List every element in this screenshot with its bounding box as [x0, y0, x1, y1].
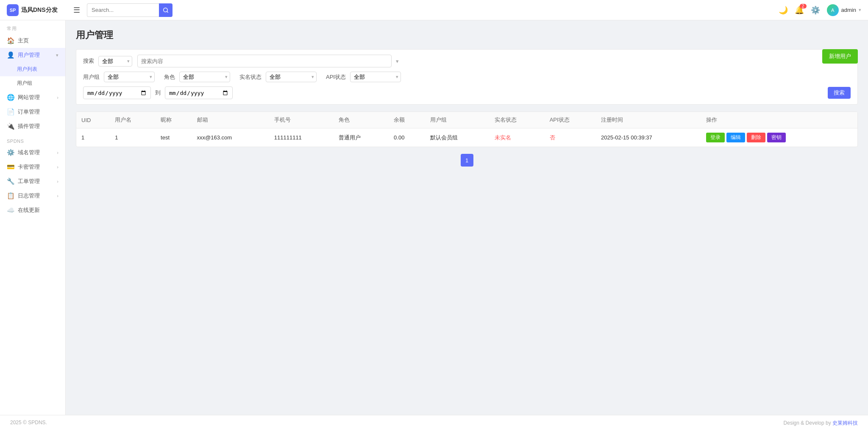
sidebar-item-user-group[interactable]: 用户组 — [0, 76, 65, 90]
realname-label: 实名状态 — [239, 73, 262, 81]
role-select[interactable]: 全部 — [179, 72, 230, 82]
chevron-right-icon: › — [57, 150, 58, 155]
table-header-row: UID 用户名 昵称 邮箱 手机号 角色 余额 用户组 实名状态 API状态 注… — [76, 112, 857, 128]
sidebar-item-label: 工单管理 — [18, 178, 40, 185]
date-from-input[interactable] — [83, 86, 151, 99]
notification-badge: 2 — [800, 4, 807, 8]
col-role: 角色 — [334, 112, 389, 128]
plugin-icon: 🔌 — [7, 122, 14, 130]
action-btn-密钥[interactable]: 密钥 — [767, 133, 786, 142]
table-wrap: UID 用户名 昵称 邮箱 手机号 角色 余额 用户组 实名状态 API状态 注… — [76, 111, 858, 147]
action-btn-编辑[interactable]: 编辑 — [726, 133, 745, 142]
design-link[interactable]: 史莱姆科技 — [832, 420, 858, 426]
sidebar-item-home[interactable]: 🏠 主页 — [0, 33, 65, 48]
sidebar-item-label: 在线更新 — [18, 206, 40, 214]
chevron-down-icon: ▾ — [859, 7, 861, 13]
sidebar-item-user-list[interactable]: 用户列表 — [0, 62, 65, 76]
order-icon: 📄 — [7, 108, 14, 116]
search-button[interactable] — [159, 3, 172, 17]
domain-icon: ⚙️ — [7, 149, 14, 156]
col-api: API状态 — [545, 112, 596, 128]
settings-icon[interactable]: ⚙️ — [811, 6, 820, 15]
search-content-input[interactable] — [137, 55, 392, 67]
sidebar-item-card-mgmt[interactable]: 💳 卡密管理 › — [0, 160, 65, 174]
realname-select-wrap: 全部 — [266, 72, 317, 82]
card-icon: 💳 — [7, 163, 14, 171]
table-cell-actions: 登录编辑删除密钥 — [701, 128, 857, 147]
search-label: 搜索 — [83, 57, 94, 65]
group-select-wrap: 全部 — [104, 72, 155, 82]
col-balance: 余额 — [389, 112, 425, 128]
sidebar-section-common: 常用 — [0, 20, 65, 33]
filter-area: 搜索 全部 ▾ 用户组 全部 角色 — [76, 49, 858, 105]
search-type-select[interactable]: 全部 — [98, 56, 132, 67]
pagination: 1 — [76, 147, 858, 173]
log-icon: 📋 — [7, 192, 14, 200]
search-select-wrap: 全部 — [98, 56, 132, 67]
search-dropdown-icon: ▾ — [396, 58, 399, 64]
table-cell: 0.00 — [389, 128, 425, 147]
notification-icon[interactable]: 🔔 2 — [795, 6, 804, 15]
user-area[interactable]: A admin ▾ — [827, 4, 861, 16]
role-label: 角色 — [164, 73, 175, 81]
sidebar-sub-user: 用户列表 用户组 — [0, 62, 65, 90]
sidebar-item-log-mgmt[interactable]: 📋 日志管理 › — [0, 189, 65, 203]
sidebar-item-label: 用户列表 — [17, 66, 37, 73]
sidebar-item-site-mgmt[interactable]: 🌐 网站管理 › — [0, 90, 65, 105]
layout: 常用 🏠 主页 👤 用户管理 ▾ 用户列表 用户组 🌐 网站管理 › 📄 订单管… — [0, 20, 868, 415]
table-cell: 1 — [110, 128, 156, 147]
sidebar-item-user-mgmt[interactable]: 👤 用户管理 ▾ — [0, 48, 65, 62]
sidebar-item-label: 主页 — [18, 37, 29, 44]
footer: 2025 © SPDNS. Design & Develop by 史莱姆科技 — [0, 415, 868, 431]
sidebar-item-online-update[interactable]: ☁️ 在线更新 — [0, 203, 65, 217]
sidebar-item-label: 域名管理 — [18, 149, 40, 156]
action-btn-删除[interactable]: 删除 — [747, 133, 765, 142]
col-phone: 手机号 — [269, 112, 334, 128]
search-input[interactable] — [87, 3, 159, 17]
workorder-icon: 🔧 — [7, 178, 14, 185]
design-credit: Design & Develop by 史莱姆科技 — [784, 420, 858, 427]
realname-select[interactable]: 全部 — [266, 72, 317, 82]
table-cell: 1 — [76, 128, 110, 147]
moon-icon[interactable]: 🌙 — [779, 6, 788, 15]
sidebar-item-label: 日志管理 — [18, 192, 40, 200]
sidebar-item-order-mgmt[interactable]: 📄 订单管理 — [0, 105, 65, 119]
date-to-input[interactable] — [165, 86, 233, 99]
menu-toggle-icon[interactable]: ☰ — [73, 6, 80, 15]
update-icon: ☁️ — [7, 206, 14, 214]
chevron-right-icon: › — [57, 193, 58, 198]
sidebar: 常用 🏠 主页 👤 用户管理 ▾ 用户列表 用户组 🌐 网站管理 › 📄 订单管… — [0, 20, 66, 415]
sidebar-item-label: 插件管理 — [18, 122, 40, 130]
sidebar-item-label: 用户组 — [17, 80, 32, 87]
topnav-right: 🌙 🔔 2 ⚙️ A admin ▾ — [779, 4, 861, 16]
sidebar-item-plugin-mgmt[interactable]: 🔌 插件管理 — [0, 119, 65, 133]
sidebar-item-workorder-mgmt[interactable]: 🔧 工单管理 › — [0, 174, 65, 189]
table-cell: 否 — [545, 128, 596, 147]
col-nickname: 昵称 — [156, 112, 192, 128]
table-cell: 普通用户 — [334, 128, 389, 147]
filter-row-date: 到 搜索 — [83, 86, 851, 99]
group-select[interactable]: 全部 — [104, 72, 155, 82]
topnav: SP 迅风DNS分发 ☰ 🌙 🔔 2 ⚙️ A admin ▾ — [0, 0, 868, 20]
page-1-button[interactable]: 1 — [461, 154, 473, 167]
table-body: 11testxxx@163.com111111111普通用户0.00默认会员组未… — [76, 128, 857, 147]
main-content: 用户管理 新增用户 搜索 全部 ▾ 用户组 — [66, 20, 868, 415]
table-cell: 默认会员组 — [425, 128, 490, 147]
chevron-right-icon: › — [57, 95, 58, 100]
table-cell: test — [156, 128, 192, 147]
api-select-wrap: 全部 — [350, 72, 401, 82]
new-user-button[interactable]: 新增用户 — [822, 49, 858, 64]
chevron-right-icon: › — [57, 164, 58, 170]
action-btn-登录[interactable]: 登录 — [706, 133, 725, 142]
col-uid: UID — [76, 112, 110, 128]
table-cell: 2025-02-15 00:39:37 — [596, 128, 701, 147]
sidebar-item-domain-mgmt[interactable]: ⚙️ 域名管理 › — [0, 145, 65, 160]
col-user-group: 用户组 — [425, 112, 490, 128]
page-title: 用户管理 — [76, 29, 858, 42]
filter-row-advanced: 用户组 全部 角色 全部 实名状态 全部 — [83, 72, 851, 82]
site-icon: 🌐 — [7, 94, 14, 101]
search-filter-button[interactable]: 搜索 — [828, 87, 851, 99]
role-select-wrap: 全部 — [179, 72, 230, 82]
logo-text: 迅风DNS分发 — [21, 6, 58, 14]
api-select[interactable]: 全部 — [350, 72, 401, 82]
